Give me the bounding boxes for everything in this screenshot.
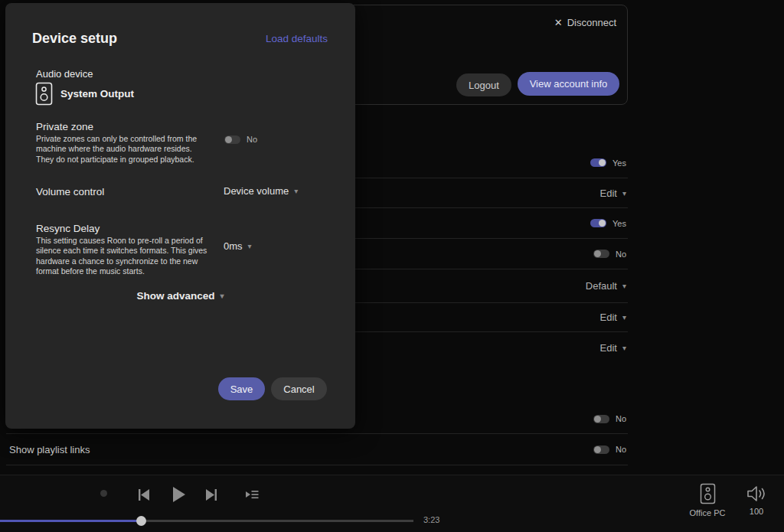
show-advanced-dropdown[interactable]: Show advanced ▾ <box>5 290 355 302</box>
private-zone-label: Private zone <box>36 121 93 132</box>
chevron-down-icon: ▾ <box>622 313 626 321</box>
speaker-cabinet-icon <box>700 483 716 504</box>
toggle-switch[interactable] <box>590 219 606 227</box>
audio-device-label: Audio device <box>36 68 93 80</box>
speaker-cabinet-icon <box>35 82 53 106</box>
cancel-button[interactable]: Cancel <box>271 377 327 400</box>
private-zone-description: Private zones can only be controlled fro… <box>36 134 201 165</box>
toggle-value: No <box>616 250 626 259</box>
toggle-value: Yes <box>612 158 626 168</box>
toggle-value: Yes <box>612 219 626 228</box>
toggle-switch[interactable] <box>593 446 609 454</box>
elapsed-time: 3:23 <box>423 515 439 524</box>
disconnect-button[interactable]: ✕ Disconnect <box>554 17 616 28</box>
play-button[interactable] <box>167 483 190 506</box>
disconnect-label: Disconnect <box>567 17 616 28</box>
toggle-switch[interactable] <box>593 250 609 258</box>
zone-name: Office PC <box>690 508 726 517</box>
row-label: Show playlist links <box>9 444 90 455</box>
seek-thumb[interactable] <box>136 516 146 526</box>
logout-button[interactable]: Logout <box>456 73 511 96</box>
volume-level: 100 <box>750 507 763 516</box>
view-account-info-button[interactable]: View account info <box>518 72 619 96</box>
volume-control-label: Volume control <box>36 186 104 197</box>
toggle-value: No <box>616 445 626 454</box>
toggle-switch[interactable] <box>590 158 606 167</box>
player-bar: 3:23 Office PC 100 <box>0 475 784 532</box>
roon-settings-screen: ✕ Disconnect Logout View account info Ye… <box>0 0 784 532</box>
private-zone-toggle[interactable] <box>224 135 240 144</box>
chevron-down-icon: ▾ <box>622 189 626 197</box>
chevron-down-icon: ▾ <box>622 282 626 290</box>
chevron-down-icon: ▾ <box>248 242 252 250</box>
dialog-title: Device setup <box>32 31 117 47</box>
chevron-down-icon: ▾ <box>294 187 298 195</box>
zone-selector[interactable]: Office PC <box>684 483 730 517</box>
resync-delay-dropdown[interactable]: 0ms ▾ <box>224 240 252 252</box>
show-advanced-label: Show advanced <box>136 290 214 302</box>
resync-delay-description: This setting causes Roon to pre-roll a p… <box>36 236 221 277</box>
resync-delay-value: 0ms <box>224 240 243 252</box>
volume-icon <box>746 485 766 503</box>
seek-bar[interactable] <box>0 520 413 522</box>
save-button[interactable]: Save <box>218 377 265 400</box>
seek-progress <box>0 520 141 522</box>
toggle-value: No <box>616 414 626 423</box>
setting-row-show-playlist-links: Show playlist links No <box>6 434 628 465</box>
transport-indicator-dot <box>100 490 107 497</box>
audio-device-name: System Output <box>60 88 134 100</box>
chevron-down-icon: ▾ <box>622 344 626 352</box>
default-dropdown[interactable]: Default <box>586 280 617 292</box>
volume-control-value: Device volume <box>224 185 289 197</box>
audio-device-row[interactable]: System Output <box>35 82 134 106</box>
edit-dropdown[interactable]: Edit <box>600 188 617 199</box>
queue-icon[interactable] <box>240 483 263 506</box>
private-zone-toggle-value: No <box>247 135 257 144</box>
edit-dropdown[interactable]: Edit <box>600 342 617 354</box>
previous-track-button[interactable] <box>132 483 155 506</box>
volume-control-dropdown[interactable]: Device volume ▾ <box>224 185 298 197</box>
load-defaults-link[interactable]: Load defaults <box>266 33 328 44</box>
volume-control[interactable]: 100 <box>733 485 779 516</box>
toggle-switch[interactable] <box>593 415 609 423</box>
device-setup-dialog: Device setup Load defaults Audio device … <box>5 3 355 429</box>
next-track-button[interactable] <box>200 483 223 506</box>
close-icon: ✕ <box>554 17 563 28</box>
resync-delay-label: Resync Delay <box>36 223 100 234</box>
edit-dropdown[interactable]: Edit <box>600 312 617 323</box>
chevron-down-icon: ▾ <box>220 292 224 300</box>
